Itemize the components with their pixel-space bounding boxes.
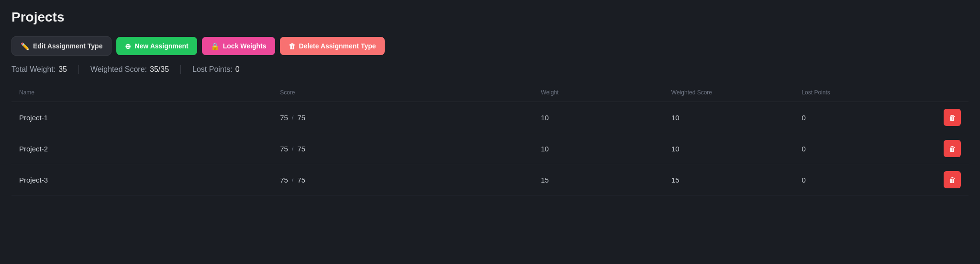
row-weight: 10 [541, 145, 671, 153]
assignments-table: Name Score Weight Weighted Score Lost Po… [11, 83, 969, 195]
row-weight: 10 [541, 114, 671, 122]
trash-icon: 🗑 [949, 114, 956, 122]
header-weighted-score: Weighted Score [671, 87, 802, 98]
score-total: 75 [297, 145, 305, 153]
header-lost-points: Lost Points [802, 87, 932, 98]
lock-weights-button[interactable]: 🔒 Lock Weights [202, 37, 275, 55]
total-weight-stat: Total Weight: 35 [11, 65, 79, 74]
row-lost-points: 0 [802, 114, 932, 122]
plus-circle-icon: ⊕ [125, 43, 131, 50]
table-row: Project-1 75 / 75 10 10 0 🗑 [11, 102, 969, 133]
delete-row-button[interactable]: 🗑 [944, 140, 961, 157]
row-lost-points: 0 [802, 176, 932, 184]
header-weight: Weight [541, 87, 671, 98]
score-separator: / [292, 145, 294, 152]
row-weighted-score: 15 [671, 176, 802, 184]
lost-points-value: 0 [235, 65, 240, 74]
header-actions [932, 87, 961, 98]
row-weight: 15 [541, 176, 671, 184]
total-weight-value: 35 [58, 65, 67, 74]
lock-button-label: Lock Weights [223, 42, 267, 50]
pencil-icon: ✏️ [21, 43, 30, 50]
total-weight-label: Total Weight: [11, 65, 56, 74]
row-lost-points: 0 [802, 145, 932, 153]
weighted-score-stat: Weighted Score: 35/35 [90, 65, 181, 74]
delete-row-button[interactable]: 🗑 [944, 109, 961, 126]
lock-icon: 🔒 [211, 43, 220, 50]
table-row: Project-2 75 / 75 10 10 0 🗑 [11, 133, 969, 164]
toolbar: ✏️ Edit Assignment Type ⊕ New Assignment… [11, 36, 969, 56]
row-name: Project-2 [19, 145, 280, 153]
delete-row-button[interactable]: 🗑 [944, 171, 961, 188]
trash-icon: 🗑 [949, 145, 956, 153]
row-weighted-score: 10 [671, 114, 802, 122]
new-button-label: New Assignment [134, 42, 188, 50]
score-earned: 75 [280, 114, 288, 122]
row-score: 75 / 75 [280, 176, 541, 184]
delete-assignment-type-button[interactable]: 🗑 Delete Assignment Type [280, 37, 385, 55]
weighted-score-label: Weighted Score: [90, 65, 147, 74]
table-header: Name Score Weight Weighted Score Lost Po… [11, 83, 969, 102]
lost-points-stat: Lost Points: 0 [192, 65, 251, 74]
row-score: 75 / 75 [280, 114, 541, 122]
trash-icon: 🗑 [289, 43, 296, 50]
row-weighted-score: 10 [671, 145, 802, 153]
page-title: Projects [11, 10, 969, 25]
score-separator: / [292, 114, 294, 121]
score-earned: 75 [280, 176, 288, 184]
stats-row: Total Weight: 35 Weighted Score: 35/35 L… [11, 65, 969, 74]
weighted-score-value: 35/35 [150, 65, 169, 74]
score-total: 75 [297, 114, 305, 122]
table-row: Project-3 75 / 75 15 15 0 🗑 [11, 164, 969, 195]
header-score: Score [280, 87, 541, 98]
new-assignment-button[interactable]: ⊕ New Assignment [116, 37, 197, 55]
table-body: Project-1 75 / 75 10 10 0 🗑 Project-2 75… [11, 102, 969, 195]
score-total: 75 [297, 176, 305, 184]
edit-button-label: Edit Assignment Type [33, 42, 102, 50]
trash-icon: 🗑 [949, 176, 956, 184]
lost-points-label: Lost Points: [192, 65, 233, 74]
row-name: Project-1 [19, 114, 280, 122]
row-name: Project-3 [19, 176, 280, 184]
edit-assignment-type-button[interactable]: ✏️ Edit Assignment Type [11, 36, 111, 56]
row-score: 75 / 75 [280, 145, 541, 153]
score-separator: / [292, 176, 294, 184]
delete-button-label: Delete Assignment Type [299, 42, 376, 50]
score-earned: 75 [280, 145, 288, 153]
header-name: Name [19, 87, 280, 98]
